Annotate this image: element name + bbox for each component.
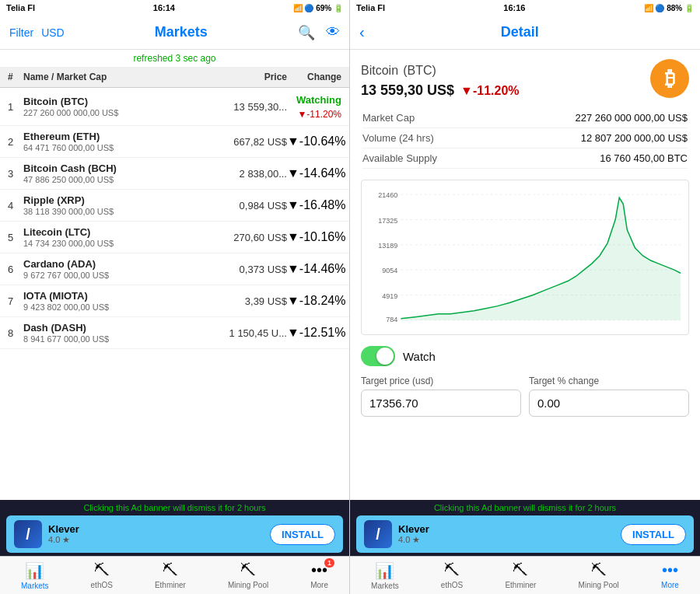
coin-row[interactable]: 1 Bitcoin (BTC) 227 260 000 000,00 US$ 1…: [0, 88, 349, 126]
coin-num: 2: [8, 136, 23, 148]
coin-num: 5: [8, 232, 23, 243]
left-ad-info: Klever 4.0 ★: [48, 523, 264, 545]
coin-price: 270,60 US$: [213, 232, 287, 243]
coin-price: 13 559,30...: [213, 101, 287, 113]
right-tab-icon-3: ⛏: [591, 561, 607, 579]
tab-item-ethos[interactable]: ⛏ ethOS: [91, 561, 113, 589]
coin-row[interactable]: 6 Cardano (ADA) 9 672 767 000,00 US$ 0,3…: [0, 253, 349, 285]
right-nav-bar: ‹ Detail: [350, 16, 700, 50]
watch-toggle[interactable]: [361, 346, 395, 366]
filter-button[interactable]: Filter: [9, 26, 33, 39]
coin-info: Dash (DASH) 8 941 677 000,00 US$: [23, 322, 213, 344]
coin-row[interactable]: 4 Ripple (XRP) 38 118 390 000,00 US$ 0,9…: [0, 190, 349, 222]
coin-price: 0,373 US$: [213, 264, 287, 275]
col-header-name: Name / Market Cap: [23, 72, 213, 82]
left-ad-install-button[interactable]: INSTALL: [270, 524, 335, 545]
target-price-input[interactable]: [361, 390, 521, 417]
left-nav-title: Markets: [155, 24, 208, 40]
coin-row[interactable]: 7 IOTA (MIOTA) 9 423 802 000,00 US$ 3,39…: [0, 285, 349, 317]
back-button[interactable]: ‹: [359, 23, 365, 41]
coin-mktcap: 227 260 000 000,00 US$: [23, 108, 213, 117]
btc-logo: ₿: [650, 59, 689, 98]
right-tab-icon-4: •••: [662, 561, 678, 579]
stats-label: Volume (24 hrs): [362, 132, 434, 144]
coin-price: 0,984 US$: [213, 200, 287, 211]
coin-row[interactable]: 5 Litecoin (LTC) 14 734 230 000,00 US$ 2…: [0, 222, 349, 253]
svg-text:784: 784: [386, 316, 397, 323]
target-change-input[interactable]: [529, 390, 689, 417]
coin-name: Ripple (XRP): [23, 194, 213, 206]
left-nav-right: 🔍 👁: [298, 24, 340, 41]
coin-num: 4: [8, 200, 23, 211]
tab-icon-1: ⛏: [94, 561, 110, 579]
left-ad-icon: /: [14, 520, 42, 548]
coin-name: Ethereum (ETH): [23, 131, 213, 142]
search-icon[interactable]: 🔍: [298, 24, 315, 41]
target-price-label: Target price (usd): [361, 376, 521, 386]
currency-button[interactable]: USD: [41, 26, 65, 39]
coin-list: 1 Bitcoin (BTC) 227 260 000 000,00 US$ 1…: [0, 88, 349, 500]
detail-name-block: Bitcoin (BTC) 13 559,30 US$ ▼-11.20%: [361, 59, 520, 99]
coin-mktcap: 9 423 802 000,00 US$: [23, 302, 213, 312]
right-tab-label: Ethminer: [505, 581, 536, 589]
coin-name: IOTA (MIOTA): [23, 290, 213, 302]
coin-info: Cardano (ADA) 9 672 767 000,00 US$: [23, 258, 213, 280]
left-tab-bar: 📊 Markets ⛏ ethOS ⛏ Ethminer ⛏ Mining Po…: [0, 556, 349, 594]
coin-row[interactable]: 8 Dash (DASH) 8 941 677 000,00 US$ 1 150…: [0, 317, 349, 349]
right-ad-icon: /: [364, 520, 392, 548]
coin-change: ▼-18.24%: [287, 294, 341, 308]
right-tab-item-ethos[interactable]: ⛏ ethOS: [441, 561, 463, 589]
tab-item-mining-pool[interactable]: ⛏ Mining Pool: [228, 561, 268, 589]
right-tab-item-markets[interactable]: 📊 Markets: [371, 561, 399, 590]
tab-icon-0: 📊: [25, 561, 44, 580]
target-price-group: Target price (usd): [361, 376, 521, 417]
right-ad-banner[interactable]: Clicking this Ad banner will dismiss it …: [350, 500, 700, 556]
right-nav-title: Detail: [501, 24, 539, 40]
tab-label: Ethminer: [155, 581, 186, 589]
coin-change: ▼-16.48%: [287, 198, 341, 212]
stats-value: 16 760 450,00 BTC: [600, 152, 688, 164]
svg-text:21460: 21460: [378, 191, 397, 199]
coin-num: 3: [8, 168, 23, 180]
coin-name: Litecoin (LTC): [23, 226, 213, 238]
watch-row: Watch: [361, 346, 689, 366]
coin-row[interactable]: 2 Ethereum (ETH) 64 471 760 000,00 US$ 6…: [0, 126, 349, 158]
coin-price: 3,39 US$: [213, 295, 287, 307]
stats-label: Market Cap: [362, 112, 415, 124]
coin-change: ▼-10.64%: [287, 135, 341, 148]
coin-change: ▼-14.46%: [287, 262, 341, 276]
coin-mktcap: 9 672 767 000,00 US$: [23, 271, 213, 280]
right-tab-label: More: [661, 581, 679, 589]
left-nav-bar: Filter USD Markets 🔍 👁: [0, 16, 349, 50]
tab-item-ethminer[interactable]: ⛏ Ethminer: [155, 561, 186, 589]
svg-text:4919: 4919: [382, 292, 397, 300]
right-ad-install-button[interactable]: INSTALL: [621, 524, 686, 545]
tab-label: Mining Pool: [228, 581, 268, 589]
right-tab-item-mining-pool[interactable]: ⛏ Mining Pool: [579, 561, 619, 589]
watch-label: Watch: [403, 350, 436, 363]
left-ad-name: Klever: [48, 523, 264, 535]
stats-row: Available Supply 16 760 450,00 BTC: [362, 148, 688, 169]
right-tab-icon-1: ⛏: [444, 561, 460, 579]
right-ad-info: Klever 4.0 ★: [398, 523, 614, 545]
right-carrier: Telia FI: [356, 3, 385, 12]
coin-info: Litecoin (LTC) 14 734 230 000,00 US$: [23, 226, 213, 248]
coin-change: Watching▼-11.20%: [287, 93, 341, 121]
svg-text:17325: 17325: [378, 217, 397, 225]
tab-label: Markets: [21, 582, 49, 590]
detail-price: 13 559,30 US$: [361, 82, 454, 99]
eye-icon[interactable]: 👁: [326, 24, 340, 40]
right-ad-name: Klever: [398, 523, 614, 535]
right-tab-item-more[interactable]: ••• More: [661, 561, 679, 589]
coin-info: Bitcoin Cash (BCH) 47 886 250 000,00 US$: [23, 162, 213, 184]
right-tab-item-ethminer[interactable]: ⛏ Ethminer: [505, 561, 536, 589]
tab-icon-3: ⛏: [240, 561, 256, 579]
svg-text:13189: 13189: [378, 242, 397, 250]
coin-row[interactable]: 3 Bitcoin Cash (BCH) 47 886 250 000,00 U…: [0, 158, 349, 190]
tab-item-markets[interactable]: 📊 Markets: [21, 561, 49, 590]
left-ad-banner[interactable]: Clicking this Ad banner will dismiss it …: [0, 500, 349, 556]
tab-item-more[interactable]: ••• 1 More: [310, 561, 328, 589]
right-time: 16:16: [503, 3, 525, 12]
input-row: Target price (usd) Target % change: [361, 376, 689, 417]
coin-change: ▼-10.16%: [287, 230, 341, 244]
